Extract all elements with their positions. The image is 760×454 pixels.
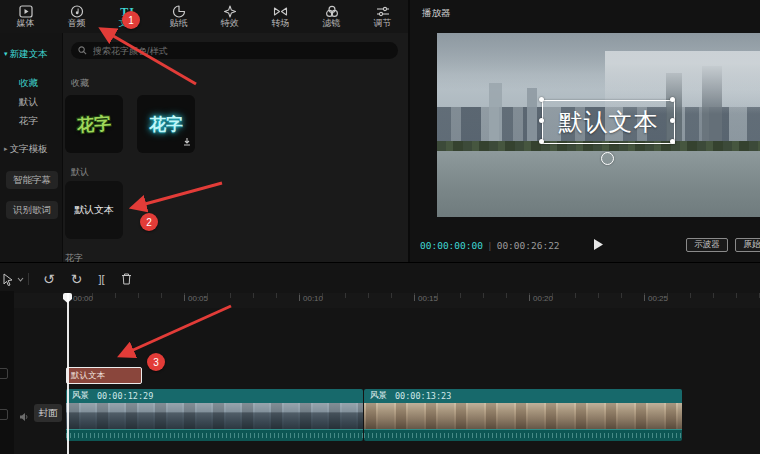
sidebar-item-smart-captions[interactable]: 智能字幕: [6, 171, 58, 189]
media-icon: [19, 5, 33, 18]
track-toggle-icon[interactable]: [0, 409, 8, 420]
preview-water: [437, 151, 760, 217]
select-tool-button[interactable]: [2, 273, 14, 286]
rotate-handle-icon[interactable]: [601, 152, 614, 165]
track-toggle-icon[interactable]: [0, 368, 8, 379]
timeline-toolbar: ↺ ↻ ][: [0, 268, 760, 290]
video-preview[interactable]: 默认文本: [437, 33, 760, 217]
sidebar-item-label: 默认: [19, 96, 38, 109]
timeline-panel: ↺ ↻ ][ 00:00 00:05 00:10 00:15 00:20 00:…: [0, 262, 760, 454]
selection-handle[interactable]: [539, 118, 544, 123]
selection-handle[interactable]: [539, 139, 544, 144]
player-controls: 00:00:00:00 | 00:00:26:22 示波器 原始: [410, 232, 760, 258]
tab-audio[interactable]: 音频: [51, 0, 102, 33]
chevron-down-icon: ▾: [4, 50, 8, 58]
main-toolbar: 媒体 音频 TI 文本 贴纸 特效 转场: [0, 0, 408, 33]
sidebar-item-new-text[interactable]: ▾ 新建文本: [2, 45, 60, 63]
undo-button[interactable]: ↺: [43, 272, 55, 286]
text-category-sidebar: ▾ 新建文本 收藏 默认 花字 ▸ 文字模板 智能字幕 识别歌词: [0, 33, 63, 262]
ruler-tick: 00:10: [299, 295, 323, 303]
total-timecode: 00:00:26:22: [497, 240, 560, 251]
ratio-button[interactable]: 原始: [735, 238, 760, 252]
play-button[interactable]: [593, 237, 604, 255]
sidebar-item-label: 花字: [19, 115, 38, 128]
preview-tower: [489, 83, 502, 146]
chevron-right-icon: ▸: [4, 145, 8, 153]
search-icon: [78, 46, 87, 55]
track-header-strip: [0, 291, 14, 454]
selection-handle[interactable]: [670, 97, 675, 102]
oscilloscope-button[interactable]: 示波器: [686, 238, 728, 252]
tab-media[interactable]: 媒体: [0, 0, 51, 33]
chevron-down-icon: [17, 277, 24, 282]
default-text-preview: 默认文本: [74, 203, 114, 217]
download-icon: [183, 132, 191, 150]
tab-effects-label: 特效: [221, 19, 239, 28]
effects-icon: [223, 5, 237, 18]
tab-effects[interactable]: 特效: [204, 0, 255, 33]
text-clip-label: 默认文本: [71, 370, 105, 382]
tab-audio-label: 音频: [68, 19, 86, 28]
split-button[interactable]: ][: [98, 272, 104, 286]
tab-text-label: 文本: [119, 19, 137, 28]
toolbar-divider: [28, 273, 29, 285]
section-favorites-label: 收藏: [71, 77, 89, 90]
play-icon: [593, 238, 604, 251]
filters-icon: [325, 5, 339, 18]
timeline-ruler[interactable]: 00:00 00:05 00:10 00:15 00:20 00:25: [0, 293, 760, 308]
transitions-icon: [273, 5, 288, 18]
selection-handle[interactable]: [670, 118, 675, 123]
cover-button[interactable]: 封面: [34, 404, 62, 422]
video-clip-1[interactable]: 风景 00:00:12:29: [66, 389, 363, 441]
asset-library-panel: 媒体 音频 TI 文本 贴纸 特效 转场: [0, 0, 408, 262]
ruler-tick: 00:20: [529, 295, 553, 303]
adjust-icon: [376, 5, 390, 18]
ruler-tick: 00:25: [644, 295, 668, 303]
search-input[interactable]: [91, 45, 391, 57]
sidebar-item-label: 识别歌词: [13, 204, 51, 217]
sidebar-item-label: 收藏: [19, 77, 38, 90]
tab-filters-label: 滤镜: [323, 19, 341, 28]
video-clip-waveform: [364, 429, 682, 441]
text-library-content: 收藏 花字 花字 默认 默认文本 花字: [63, 33, 408, 262]
player-panel: 播放器 默认文本 00:00:00:00 |: [410, 0, 760, 262]
sidebar-item-label: 智能字幕: [13, 174, 51, 187]
ruler-tick: 00:05: [184, 295, 208, 303]
cursor-icon: [2, 273, 14, 286]
video-clip-thumbnails: [364, 403, 682, 429]
tab-text[interactable]: TI 文本: [102, 0, 153, 33]
tab-filters[interactable]: 滤镜: [306, 0, 357, 33]
tab-transitions[interactable]: 转场: [255, 0, 306, 33]
tab-adjust[interactable]: 调节: [357, 0, 408, 33]
tab-sticker[interactable]: 贴纸: [153, 0, 204, 33]
tool-dropdown[interactable]: [17, 277, 24, 282]
speaker-icon[interactable]: [19, 408, 29, 426]
text-overlay: 默认文本: [559, 106, 659, 138]
playhead-line[interactable]: [67, 293, 69, 454]
section-default-label: 默认: [71, 166, 89, 179]
sidebar-item-recognize-lyrics[interactable]: 识别歌词: [6, 201, 58, 219]
search-bar[interactable]: [71, 42, 398, 59]
delete-button[interactable]: [121, 273, 132, 285]
sticker-icon: [172, 5, 186, 18]
video-clip-header: 风景 00:00:13:23: [364, 389, 682, 403]
default-text-tile[interactable]: 默认文本: [65, 181, 123, 239]
fancy-text-tile-cyan[interactable]: 花字: [137, 95, 195, 153]
video-clip-waveform: [66, 429, 363, 441]
video-clip-header: 风景 00:00:12:29: [66, 389, 363, 403]
text-icon: TI: [120, 6, 135, 18]
redo-button[interactable]: ↻: [71, 272, 83, 286]
text-overlay-selection[interactable]: 默认文本: [542, 100, 675, 144]
sidebar-item-label: 文字模板: [10, 143, 48, 156]
video-clip-thumbnails: [66, 403, 363, 429]
tab-transitions-label: 转场: [272, 19, 290, 28]
current-timecode: 00:00:00:00: [420, 240, 483, 251]
capcut-editor-window: 媒体 音频 TI 文本 贴纸 特效 转场: [0, 0, 760, 454]
video-clip-name: 风景: [72, 390, 89, 402]
video-clip-2[interactable]: 风景 00:00:13:23: [364, 389, 682, 441]
selection-handle[interactable]: [539, 97, 544, 102]
sidebar-item-text-templates[interactable]: ▸ 文字模板: [2, 140, 60, 158]
fancy-text-tile-green[interactable]: 花字: [65, 95, 123, 153]
selection-handle[interactable]: [670, 139, 675, 144]
text-clip[interactable]: 默认文本: [66, 367, 142, 384]
